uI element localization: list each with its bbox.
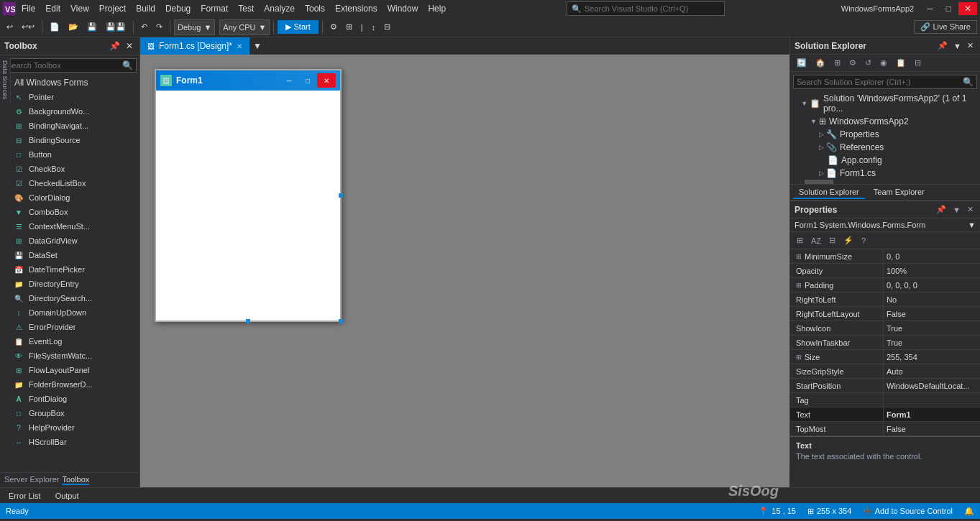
toolbar-undo[interactable]: ↶ [137, 20, 151, 34]
menu-analyze[interactable]: Analyze [260, 2, 299, 15]
menu-help[interactable]: Help [423, 2, 450, 15]
prop-value-showintaskbar[interactable]: True [884, 336, 980, 349]
toolbox-item-hscrollbar[interactable]: ↔ HScrollBar [0, 435, 139, 449]
output-tab[interactable]: Output [50, 490, 85, 502]
se-git-btn[interactable]: ⊟ [911, 56, 925, 70]
prop-value-size[interactable]: 255, 354 [884, 350, 980, 364]
se-home-btn[interactable]: 🏠 [812, 56, 829, 70]
se-settings-btn[interactable]: ⚙ [846, 56, 860, 70]
designer-tab-form1[interactable]: 🖼 Form1.cs [Design]* ✕ [140, 37, 250, 55]
prop-categorized-btn[interactable]: ⊞ [793, 234, 807, 247]
restore-btn[interactable]: □ [940, 2, 957, 15]
se-close-btn[interactable]: ✕ [965, 40, 976, 51]
prop-pin-btn[interactable]: 📌 [934, 204, 948, 215]
toolbox-pin-btn[interactable]: 📌 [107, 40, 122, 52]
toolbox-item-colordialog[interactable]: 🎨 ColorDialog [0, 190, 139, 205]
toolbox-item-directorysearcher[interactable]: 🔍 DirectorySearch... [0, 291, 139, 305]
toolbar-misc-3[interactable]: | [357, 21, 367, 34]
toolbox-item-dataset[interactable]: 💾 DataSet [0, 248, 139, 262]
menu-test[interactable]: Test [234, 2, 258, 15]
se-refresh-btn[interactable]: 🔄 [793, 56, 810, 70]
prop-value-righttoleftlayout[interactable]: False [884, 307, 980, 321]
toolbar-save-all[interactable]: 💾💾 [102, 20, 129, 34]
toolbar-open[interactable]: 📂 [65, 20, 82, 34]
menu-edit[interactable]: Edit [41, 2, 65, 15]
prop-events-btn[interactable]: ⚡ [840, 234, 857, 247]
se-solution-item[interactable]: ▼ 📋 Solution 'WindowsFormsApp2' (1 of 1 … [790, 92, 980, 115]
prop-value-text[interactable]: Form1 [884, 407, 980, 421]
prop-value-showicon[interactable]: True [884, 321, 980, 335]
resize-handle-right[interactable] [339, 193, 343, 198]
se-sync-btn[interactable]: ↺ [861, 56, 875, 70]
prop-value-topmost[interactable]: False [884, 422, 980, 435]
menu-file[interactable]: File [17, 2, 40, 15]
se-search-input[interactable] [794, 76, 960, 88]
prop-value-righttoleft[interactable]: No [884, 292, 980, 306]
se-dropdown-btn[interactable]: ▼ [951, 41, 963, 51]
toolbox-item-folderbrowserdialog[interactable]: 📁 FolderBrowserD... [0, 377, 139, 392]
expand-icon-padding[interactable]: ⊞ [796, 282, 802, 289]
prop-help-btn[interactable]: ? [858, 234, 869, 247]
toolbar-misc-4[interactable]: ↕ [368, 21, 380, 34]
form-body[interactable] [156, 91, 340, 321]
toolbox-item-errorprovider[interactable]: ⚠ ErrorProvider [0, 320, 139, 334]
expand-icon[interactable]: ⊞ [796, 253, 802, 260]
toolbox-item-checkedlistbox[interactable]: ☑ CheckedListBox [0, 176, 139, 190]
toolbox-item-button[interactable]: □ Button [0, 147, 139, 162]
menu-view[interactable]: View [66, 2, 93, 15]
form-close-btn[interactable]: ✕ [317, 73, 336, 88]
toolbox-item-flowlayoutpanel[interactable]: ⊞ FlowLayoutPanel [0, 363, 139, 377]
se-references-item[interactable]: ▷ 📎 References [790, 141, 980, 154]
toolbar-btn-2[interactable]: ↩↩ [18, 20, 38, 34]
global-search-input[interactable] [585, 4, 700, 13]
toolbox-item-domainupdown[interactable]: ↕ DomainUpDown [0, 305, 139, 320]
toolbox-item-datetimepicker[interactable]: 📅 DateTimePicker [0, 262, 139, 277]
status-add-source[interactable]: ➕ Add to Source Control [863, 507, 953, 516]
prop-value-tag[interactable] [884, 393, 980, 407]
minimize-btn[interactable]: ─ [921, 2, 939, 15]
close-btn[interactable]: ✕ [958, 2, 977, 15]
se-copy-btn[interactable]: 📋 [892, 56, 910, 70]
live-share-button[interactable]: 🔗 Live Share [914, 20, 977, 34]
prop-value-minimumsize[interactable]: 0, 0 [884, 249, 980, 263]
toolbox-item-checkbox[interactable]: ☑ CheckBox [0, 162, 139, 176]
toolbox-item-fontdialog[interactable]: A FontDialog [0, 392, 139, 406]
menu-tools[interactable]: Tools [301, 2, 329, 15]
toolbar-misc-2[interactable]: ⊞ [342, 20, 356, 34]
toolbox-item-pointer[interactable]: ↖ Pointer [0, 90, 139, 104]
se-form1cs-item[interactable]: ▷ 📄 Form1.cs [790, 167, 980, 180]
menu-extensions[interactable]: Extensions [331, 2, 382, 15]
toolbar-misc-5[interactable]: ⊟ [380, 20, 394, 34]
toolbox-item-filesystemwatcher[interactable]: 👁 FileSystemWatc... [0, 349, 139, 363]
toolbox-item-helpprovider[interactable]: ? HelpProvider [0, 420, 139, 435]
menu-project[interactable]: Project [95, 2, 130, 15]
prop-value-padding[interactable]: 0, 0, 0, 0 [884, 278, 980, 292]
data-sources-tab[interactable]: Data Sources [0, 57, 11, 103]
menu-debug[interactable]: Debug [161, 2, 195, 15]
toolbox-tab[interactable]: Toolbox [62, 475, 89, 485]
toolbar-new[interactable]: 📄 [46, 20, 63, 34]
form-maximize-btn[interactable]: □ [298, 73, 317, 88]
prop-close-btn[interactable]: ✕ [965, 204, 976, 215]
se-properties-item[interactable]: ▷ 🔧 Properties [790, 128, 980, 141]
toolbar-save[interactable]: 💾 [83, 20, 101, 34]
debug-config-dropdown[interactable]: Debug ▼ [174, 19, 215, 35]
toolbox-close-btn[interactable]: ✕ [124, 40, 135, 52]
prop-value-opacity[interactable]: 100% [884, 264, 980, 277]
toolbar-redo[interactable]: ↷ [152, 20, 166, 34]
toolbox-category-all-windows-forms[interactable]: ▼ All Windows Forms [0, 75, 139, 90]
toolbar-misc-1[interactable]: ⚙ [326, 20, 341, 34]
toolbox-search-input[interactable] [4, 60, 119, 71]
toolbox-item-directoryentry[interactable]: 📁 DirectoryEntry [0, 277, 139, 291]
toolbox-item-bindingsource[interactable]: ⊟ BindingSource [0, 133, 139, 147]
toolbox-item-bindingnavigator[interactable]: ⊞ BindingNavigat... [0, 119, 139, 133]
start-button[interactable]: ▶ Start [278, 20, 318, 34]
prop-context-arrow[interactable]: ▼ [968, 221, 976, 229]
se-project-item[interactable]: ▼ ⊞ WindowsFormsApp2 [790, 115, 980, 128]
se-tab-team[interactable]: Team Explorer [868, 186, 930, 199]
form-minimize-btn[interactable]: ─ [280, 73, 298, 88]
error-list-tab[interactable]: Error List [3, 490, 47, 502]
server-explorer-tab[interactable]: Server Explorer [4, 475, 59, 485]
toolbox-item-combobox[interactable]: ▼ ComboBox [0, 205, 139, 219]
tab-close-btn[interactable]: ✕ [237, 42, 242, 50]
